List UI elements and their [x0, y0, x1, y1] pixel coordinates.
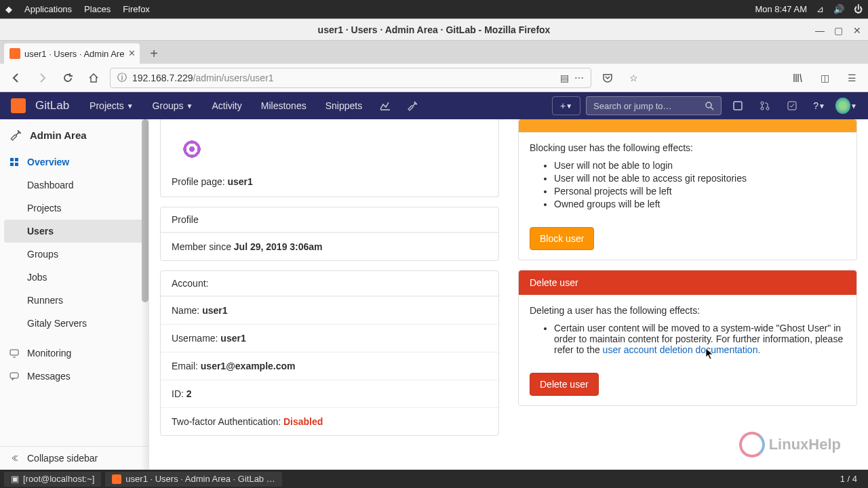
svg-rect-9	[15, 163, 18, 166]
workspace-pager[interactable]: 1 / 4	[833, 474, 864, 484]
chevron-down-icon: ▼	[850, 102, 857, 110]
nav-snippets[interactable]: Snippets	[319, 92, 369, 119]
gnome-top-bar: ◆ Applications Places Firefox Mon 8:47 A…	[0, 0, 868, 18]
nav-milestones[interactable]: Milestones	[254, 92, 313, 119]
sidebar-item-overview[interactable]: Overview	[0, 150, 149, 174]
minimize-button[interactable]: —	[815, 25, 825, 35]
browser-tab[interactable]: user1 · Users · Admin Are ✕	[4, 43, 140, 64]
svg-point-3	[761, 107, 764, 110]
new-dropdown[interactable]: + ▼	[552, 96, 580, 115]
svg-point-2	[761, 102, 764, 104]
profile-page-link[interactable]: user1	[228, 176, 253, 187]
gitlab-brand[interactable]: GitLab	[35, 99, 69, 113]
gnome-applications[interactable]: Applications	[24, 4, 72, 14]
maximize-button[interactable]: ▢	[834, 25, 844, 35]
chevron-down-icon: ▼	[186, 102, 193, 110]
svg-rect-7	[15, 158, 18, 161]
pocket-icon[interactable]	[598, 68, 617, 87]
sidebar-item-gitaly[interactable]: Gitaly Servers	[0, 312, 149, 335]
block-effects-list: User will not be able to login User will…	[554, 160, 846, 209]
taskbar-firefox[interactable]: user1 · Users · Admin Area · GitLab …	[105, 472, 281, 487]
sidebar-item-runners[interactable]: Runners	[0, 289, 149, 312]
close-button[interactable]: ✕	[853, 25, 863, 35]
volume-icon[interactable]: 🔊	[833, 4, 844, 14]
profile-card: Profile Member since Jul 29, 2019 3:06am	[160, 207, 499, 261]
firefox-menu-icon[interactable]: ☰	[842, 68, 861, 87]
todos-icon[interactable]	[781, 92, 803, 119]
firefox-toolbar: ⓘ 192.168.7.229/admin/users/user1 ▤ ⋯ ☆ …	[0, 64, 868, 92]
network-icon[interactable]: ⊿	[816, 4, 824, 14]
delete-intro: Deleting a user has the following effect…	[530, 305, 846, 316]
grid-icon	[9, 157, 19, 167]
svg-point-4	[766, 107, 769, 110]
sidebar-item-jobs[interactable]: Jobs	[0, 266, 149, 289]
block-user-button[interactable]: Block user	[530, 227, 594, 250]
list-item: User will not be able to access git repo…	[554, 173, 846, 184]
page-actions-icon[interactable]: ⋯	[574, 73, 584, 83]
reader-mode-icon[interactable]: ▤	[560, 73, 569, 83]
sidebar-title[interactable]: Admin Area	[0, 119, 149, 150]
library-icon[interactable]	[788, 68, 807, 87]
monitor-icon	[9, 348, 19, 358]
global-search[interactable]: Search or jump to…	[586, 96, 722, 115]
username-value: user1	[220, 333, 245, 344]
taskbar-terminal[interactable]: ▣ [root@localhost:~]	[4, 472, 101, 487]
twofa-value: Disabled	[283, 416, 323, 427]
sidebar-icon[interactable]: ◫	[815, 68, 834, 87]
id-value: 2	[186, 388, 192, 399]
gitlab-logo-icon[interactable]	[11, 98, 26, 113]
svg-rect-8	[10, 163, 14, 166]
svg-rect-1	[734, 102, 742, 110]
account-header: Account:	[161, 271, 498, 296]
svg-point-0	[706, 102, 711, 108]
twofa-label: Two-factor Authentication:	[172, 416, 283, 427]
svg-rect-10	[10, 350, 18, 355]
sidebar-item-users[interactable]: Users	[4, 220, 144, 243]
svg-rect-11	[10, 373, 18, 378]
gitlab-favicon-icon	[9, 48, 20, 59]
block-intro: Blocking user has the following effects:	[530, 142, 846, 153]
sidebar-item-groups[interactable]: Groups	[0, 243, 149, 266]
gnome-places[interactable]: Places	[84, 4, 111, 14]
nav-activity[interactable]: Activity	[205, 92, 248, 119]
delete-user-button[interactable]: Delete user	[530, 373, 599, 396]
new-tab-button[interactable]: +	[144, 43, 164, 64]
sidebar-item-projects[interactable]: Projects	[0, 197, 149, 220]
list-item: Personal projects will be left	[554, 186, 846, 197]
collapse-sidebar[interactable]: Collapse sidebar	[0, 446, 149, 470]
sidebar-item-monitoring[interactable]: Monitoring	[0, 342, 149, 365]
nav-groups[interactable]: Groups ▼	[146, 92, 200, 119]
address-bar[interactable]: ⓘ 192.168.7.229/admin/users/user1 ▤ ⋯	[110, 68, 591, 88]
deletion-doc-link[interactable]: user account deletion documentation.	[603, 344, 761, 355]
power-icon[interactable]: ⏻	[854, 4, 863, 14]
svg-rect-6	[10, 158, 14, 161]
user-menu[interactable]: ▼	[835, 92, 857, 119]
bookmark-star-icon[interactable]: ☆	[624, 68, 643, 87]
help-icon[interactable]: ? ▼	[808, 92, 830, 119]
firefox-icon	[112, 474, 121, 484]
nav-ops-icon[interactable]	[374, 92, 396, 119]
sidebar-item-dashboard[interactable]: Dashboard	[0, 174, 149, 197]
issues-icon[interactable]	[727, 92, 749, 119]
gnome-firefox[interactable]: Firefox	[123, 4, 150, 14]
list-item: User will not be able to login	[554, 160, 846, 171]
profile-page-label: Profile page:	[172, 176, 228, 187]
reload-button[interactable]	[58, 68, 77, 87]
nav-admin-wrench-icon[interactable]	[401, 92, 423, 119]
delete-user-header: Delete user	[519, 270, 856, 296]
delete-user-card: Delete user Deleting a user has the foll…	[518, 270, 857, 406]
back-button[interactable]	[7, 68, 26, 87]
sidebar-item-messages[interactable]: Messages	[0, 365, 149, 388]
sidebar-scrollbar[interactable]	[142, 119, 149, 302]
gnome-taskbar: ▣ [root@localhost:~] user1 · Users · Adm…	[0, 470, 868, 488]
chevron-down-icon: ▼	[566, 102, 572, 110]
email-value[interactable]: user1@example.com	[201, 361, 296, 371]
merge-requests-icon[interactable]	[754, 92, 776, 119]
site-info-icon[interactable]: ⓘ	[117, 72, 127, 84]
avatar	[835, 98, 850, 114]
nav-projects[interactable]: Projects ▼	[83, 92, 140, 119]
profile-header: Profile	[161, 207, 498, 232]
tab-close-icon[interactable]: ✕	[128, 48, 139, 59]
home-button[interactable]	[84, 68, 103, 87]
forward-button[interactable]	[33, 68, 52, 87]
